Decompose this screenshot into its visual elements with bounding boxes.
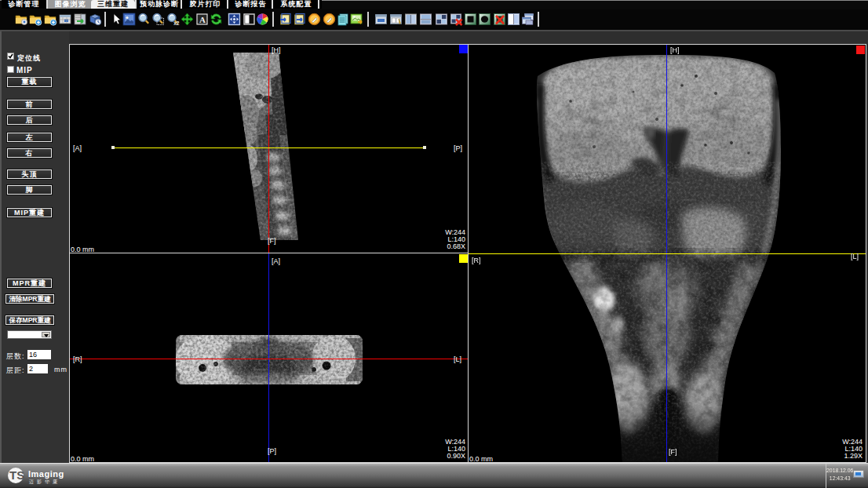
svg-text:x2: x2 (173, 20, 180, 26)
svg-text:A: A (199, 15, 206, 24)
